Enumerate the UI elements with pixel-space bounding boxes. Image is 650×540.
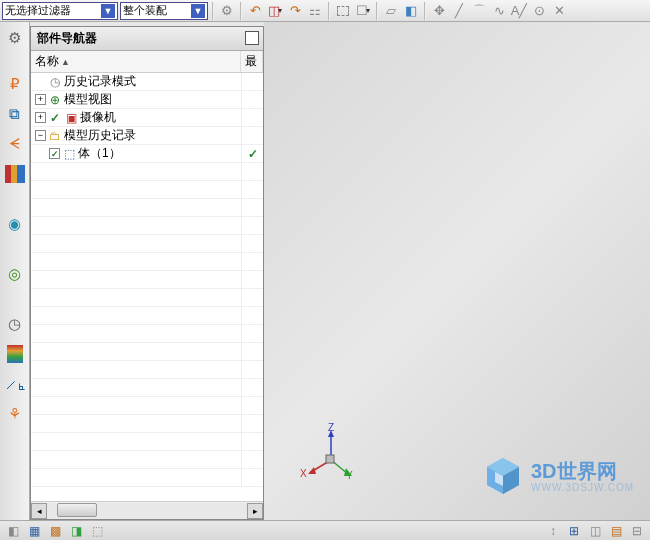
horizontal-scrollbar[interactable]: ◂ ▸ bbox=[31, 501, 263, 519]
arc-button[interactable]: ⌒ bbox=[470, 2, 488, 20]
tool-misc-button[interactable]: ⚏ bbox=[306, 2, 324, 20]
bottom-tool-r1[interactable]: ↕ bbox=[544, 523, 562, 539]
assembly-dropdown[interactable]: 整个装配 ▼ bbox=[120, 2, 208, 20]
bottom-tool-r3[interactable]: ◫ bbox=[586, 523, 604, 539]
tree-row-history-mode[interactable]: ◷ 历史记录模式 bbox=[31, 73, 263, 91]
separator bbox=[424, 2, 426, 20]
tool-x-button[interactable]: ✕ bbox=[550, 2, 568, 20]
filter-dropdown[interactable]: 无选择过滤器 ▼ bbox=[2, 2, 118, 20]
expand-icon[interactable]: + bbox=[35, 112, 46, 123]
top-toolbar: 无选择过滤器 ▼ 整个装配 ▼ ⚙ ↶ ◫▾ ↷ ⚏ ☐▾ ▱ ◧ ✥ ╱ ⌒ … bbox=[0, 0, 650, 22]
shaded-button[interactable]: ◧ bbox=[402, 2, 420, 20]
separator bbox=[376, 2, 378, 20]
move-button[interactable]: ✥ bbox=[430, 2, 448, 20]
empty-row bbox=[31, 325, 263, 343]
viewport-3d[interactable]: Z X Y 3D世界网 WWW.3DSJW.COM bbox=[264, 22, 650, 520]
empty-row bbox=[31, 253, 263, 271]
tool-box-button[interactable]: ◫▾ bbox=[266, 2, 284, 20]
select-rect-button[interactable] bbox=[334, 2, 352, 20]
spline-button[interactable]: A╱ bbox=[510, 2, 528, 20]
curve-button[interactable]: ∿ bbox=[490, 2, 508, 20]
empty-row bbox=[31, 181, 263, 199]
left-sidebar: ⚙ ₽ ⧉ ᗕ ◉ ◎ ◷ ⟋⊾ ⚘ bbox=[0, 22, 30, 520]
collapse-icon[interactable]: − bbox=[35, 130, 46, 141]
bottom-tool-4[interactable]: ◨ bbox=[67, 523, 85, 539]
wireframe-button[interactable]: ▱ bbox=[382, 2, 400, 20]
bottom-toolbar: ◧ ▦ ▩ ◨ ⬚ ↕ ⊞ ◫ ▤ ⊟ bbox=[0, 520, 650, 540]
column-last-label: 最 bbox=[245, 53, 257, 70]
settings-icon[interactable]: ⚙ bbox=[3, 26, 27, 50]
empty-row bbox=[31, 469, 263, 487]
watermark-text: 3D世界网 WWW.3DSJW.COM bbox=[531, 460, 634, 493]
bottom-tool-1[interactable]: ◧ bbox=[4, 523, 22, 539]
empty-row bbox=[31, 397, 263, 415]
constraint-navigator-icon[interactable]: ᗕ bbox=[3, 132, 27, 156]
line-button[interactable]: ╱ bbox=[450, 2, 468, 20]
empty-row bbox=[31, 235, 263, 253]
scroll-thumb[interactable] bbox=[57, 503, 97, 517]
column-last[interactable]: 最 bbox=[241, 51, 263, 72]
navigator-header: 部件导航器 bbox=[31, 27, 263, 51]
bottom-tool-r2[interactable]: ⊞ bbox=[565, 523, 583, 539]
scroll-right-icon[interactable]: ▸ bbox=[247, 503, 263, 519]
item-label: 摄像机 bbox=[80, 109, 116, 126]
tool-dropdown-button[interactable]: ☐▾ bbox=[354, 2, 372, 20]
axis-x-label: X bbox=[300, 468, 307, 479]
point-button[interactable]: ⊙ bbox=[530, 2, 548, 20]
assembly-dropdown-label: 整个装配 bbox=[123, 3, 167, 18]
empty-row bbox=[31, 361, 263, 379]
separator bbox=[240, 2, 242, 20]
assembly-navigator-icon[interactable]: ⧉ bbox=[3, 102, 27, 126]
tree-row-model-history[interactable]: − 🗀 模型历史记录 bbox=[31, 127, 263, 145]
check-icon: ✓ bbox=[246, 147, 260, 161]
undo-button[interactable]: ↶ bbox=[246, 2, 264, 20]
measure-icon[interactable]: ⟋⊾ bbox=[3, 372, 27, 396]
column-name[interactable]: 名称 ▲ bbox=[31, 51, 241, 72]
empty-row bbox=[31, 451, 263, 469]
history-icon[interactable]: ◷ bbox=[3, 312, 27, 336]
watermark-sub: WWW.3DSJW.COM bbox=[531, 482, 634, 493]
bottom-tool-r5[interactable]: ⊟ bbox=[628, 523, 646, 539]
part-navigator-icon[interactable]: ₽ bbox=[3, 72, 27, 96]
axis-y-label: Y bbox=[346, 470, 353, 481]
expand-icon[interactable]: + bbox=[35, 94, 46, 105]
empty-row bbox=[31, 415, 263, 433]
column-name-label: 名称 bbox=[35, 53, 59, 70]
robot-icon[interactable]: ⚘ bbox=[3, 402, 27, 426]
last-cell: ✓ bbox=[241, 145, 263, 162]
part-navigator-panel: 部件导航器 名称 ▲ 最 ◷ 历史记录模式 + bbox=[30, 26, 264, 520]
empty-row bbox=[31, 163, 263, 181]
check-icon: ✓ bbox=[48, 111, 62, 125]
checkbox-icon[interactable]: ✓ bbox=[49, 148, 60, 159]
web-icon[interactable]: ◎ bbox=[3, 262, 27, 286]
item-label: 历史记录模式 bbox=[64, 73, 136, 90]
books-icon[interactable] bbox=[3, 162, 27, 186]
dropdown-arrow-icon: ▼ bbox=[101, 4, 115, 18]
cube-icon: ⬚ bbox=[62, 147, 76, 161]
navigator-title: 部件导航器 bbox=[37, 30, 97, 47]
last-cell bbox=[241, 109, 263, 126]
tree-row-camera[interactable]: + ✓ ▣ 摄像机 bbox=[31, 109, 263, 127]
item-label: 模型历史记录 bbox=[64, 127, 136, 144]
scroll-track[interactable] bbox=[47, 503, 247, 519]
info-icon[interactable]: ◉ bbox=[3, 212, 27, 236]
filter-dropdown-label: 无选择过滤器 bbox=[5, 3, 71, 18]
watermark-cube-icon bbox=[483, 456, 523, 496]
tool-gear-button[interactable]: ⚙ bbox=[218, 2, 236, 20]
tree-row-body-1[interactable]: ✓ ⬚ 体（1） ✓ bbox=[31, 145, 263, 163]
tree-body: ◷ 历史记录模式 + ⊕ 模型视图 + ✓ ▣ 摄像机 bbox=[31, 73, 263, 501]
empty-row bbox=[31, 289, 263, 307]
scroll-left-icon[interactable]: ◂ bbox=[31, 503, 47, 519]
color-bar-icon[interactable] bbox=[3, 342, 27, 366]
watermark-main: 3D世界网 bbox=[531, 460, 634, 482]
svg-marker-3 bbox=[308, 467, 316, 474]
bottom-tool-3[interactable]: ▩ bbox=[46, 523, 64, 539]
coordinate-triad: Z X Y bbox=[306, 430, 356, 480]
tree-row-model-view[interactable]: + ⊕ 模型视图 bbox=[31, 91, 263, 109]
panel-maximize-icon[interactable] bbox=[245, 31, 259, 45]
bottom-tool-2[interactable]: ▦ bbox=[25, 523, 43, 539]
bottom-tool-5[interactable]: ⬚ bbox=[88, 523, 106, 539]
last-cell bbox=[241, 91, 263, 108]
bottom-tool-r4[interactable]: ▤ bbox=[607, 523, 625, 539]
redo-button[interactable]: ↷ bbox=[286, 2, 304, 20]
